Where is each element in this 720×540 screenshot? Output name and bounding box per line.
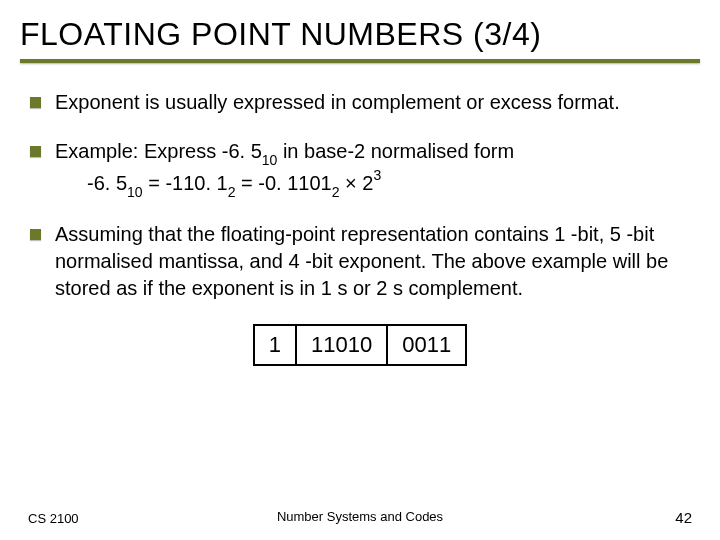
- footer-left: CS 2100: [28, 511, 79, 526]
- text-fragment: × 2: [339, 172, 373, 194]
- bullet-text: Exponent is usually expressed in complem…: [55, 89, 690, 116]
- title-underline: [20, 59, 700, 63]
- subscript: 2: [228, 184, 236, 200]
- slide-title: FLOATING POINT NUMBERS (3/4): [20, 16, 700, 57]
- slide-footer: CS 2100 Number Systems and Codes 42: [0, 509, 720, 526]
- subscript: 10: [127, 184, 143, 200]
- square-bullet-icon: [30, 97, 41, 108]
- indented-line: -6. 510 = -110. 12 = -0. 11012 × 23: [55, 172, 381, 194]
- square-bullet-icon: [30, 229, 41, 240]
- subscript: 10: [262, 152, 278, 168]
- subscript: 2: [332, 184, 340, 200]
- slide: FLOATING POINT NUMBERS (3/4) Exponent is…: [0, 0, 720, 540]
- bit-representation-table: 1 11010 0011: [30, 324, 690, 366]
- bullet-text: Assuming that the floating-point represe…: [55, 221, 690, 302]
- slide-number: 42: [675, 509, 692, 526]
- title-block: FLOATING POINT NUMBERS (3/4): [0, 0, 720, 71]
- superscript: 3: [373, 167, 381, 183]
- text-fragment: -6. 5: [87, 172, 127, 194]
- text-fragment: = -0. 1101: [235, 172, 331, 194]
- sign-bit-cell: 1: [254, 325, 296, 365]
- square-bullet-icon: [30, 146, 41, 157]
- exponent-cell: 0011: [387, 325, 466, 365]
- footer-center: Number Systems and Codes: [277, 509, 443, 524]
- text-fragment: Example: Express -6. 5: [55, 140, 262, 162]
- text-fragment: in base-2 normalised form: [277, 140, 514, 162]
- slide-body: Exponent is usually expressed in complem…: [0, 71, 720, 366]
- bullet-item: Assuming that the floating-point represe…: [30, 221, 690, 302]
- text-fragment: = -110. 1: [143, 172, 228, 194]
- mantissa-cell: 11010: [296, 325, 387, 365]
- bullet-text: Example: Express -6. 510 in base-2 norma…: [55, 138, 690, 199]
- bullet-item: Exponent is usually expressed in complem…: [30, 89, 690, 116]
- bullet-item: Example: Express -6. 510 in base-2 norma…: [30, 138, 690, 199]
